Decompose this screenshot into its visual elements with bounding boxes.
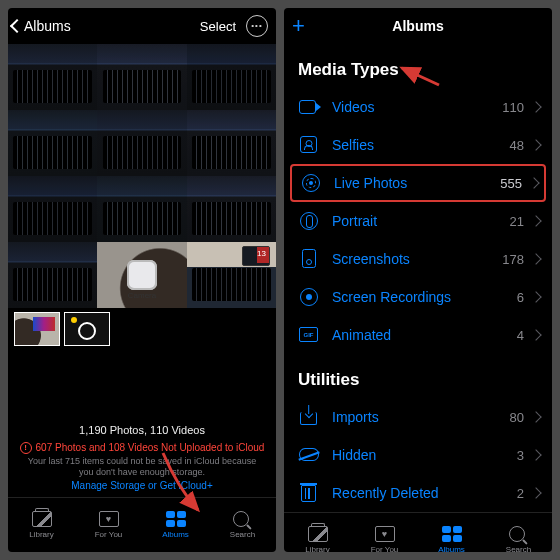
row-portrait[interactable]: Portrait 21 [284, 202, 552, 240]
photo-thumbnail[interactable] [8, 242, 97, 308]
albums-icon [166, 511, 186, 527]
photo-thumbnail[interactable] [187, 110, 276, 176]
section-media-types: Media Types [284, 44, 552, 88]
for-you-icon [99, 511, 119, 527]
row-imports[interactable]: Imports 80 [284, 398, 552, 436]
add-button[interactable]: + [284, 13, 305, 39]
albums-list-screen: + Albums Media Types Videos 110 Selfies … [284, 8, 552, 552]
search-icon [509, 526, 525, 542]
upload-error: 607 Photos and 108 Videos Not Uploaded t… [8, 442, 276, 454]
error-detail: Your last 715 items could not be saved i… [8, 454, 276, 481]
chevron-right-icon [530, 253, 541, 264]
chevron-right-icon [530, 139, 541, 150]
tab-search[interactable]: Search [209, 498, 276, 552]
chevron-right-icon [530, 449, 541, 460]
scrubber-thumb[interactable] [64, 312, 110, 346]
tab-albums[interactable]: Albums [142, 498, 209, 552]
row-hidden[interactable]: Hidden 3 [284, 436, 552, 474]
screenshots-icon [298, 248, 320, 270]
chevron-right-icon [530, 291, 541, 302]
portrait-icon [298, 210, 320, 232]
scrubber-thumb[interactable] [14, 312, 60, 346]
error-text: 607 Photos and 108 Videos Not Uploaded t… [36, 442, 265, 453]
row-live-photos[interactable]: Live Photos 555 [290, 164, 546, 202]
row-screenshots[interactable]: Screenshots 178 [284, 240, 552, 278]
select-button[interactable]: Select [200, 19, 236, 34]
photo-thumbnail[interactable]: 13 [187, 242, 276, 308]
photos-recents-screen: Albums Select Recents Camera 13 [8, 8, 276, 552]
trash-icon [298, 482, 320, 504]
animated-icon [298, 324, 320, 346]
photo-thumbnail[interactable] [187, 176, 276, 242]
imports-icon [298, 406, 320, 428]
row-screen-recordings[interactable]: Screen Recordings 6 [284, 278, 552, 316]
live-photos-icon [300, 172, 322, 194]
tab-library[interactable]: Library [8, 498, 75, 552]
library-icon [308, 526, 328, 542]
library-icon [32, 511, 52, 527]
chevron-right-icon [530, 329, 541, 340]
navbar: Albums Select [8, 8, 276, 44]
page-title: Albums [392, 18, 443, 34]
back-label: Albums [24, 18, 71, 34]
tab-library[interactable]: Library [284, 513, 351, 552]
tab-for-you[interactable]: For You [75, 498, 142, 552]
tab-for-you[interactable]: For You [351, 513, 418, 552]
photo-thumbnail[interactable] [187, 44, 276, 110]
chevron-right-icon [530, 101, 541, 112]
tab-search[interactable]: Search [485, 513, 552, 552]
photo-thumbnail[interactable] [8, 110, 97, 176]
row-videos[interactable]: Videos 110 [284, 88, 552, 126]
albums-icon [442, 526, 462, 542]
tab-albums[interactable]: Albums [418, 513, 485, 552]
row-selfies[interactable]: Selfies 48 [284, 126, 552, 164]
chevron-right-icon [530, 215, 541, 226]
error-icon [20, 442, 32, 454]
camera-lens-icon [134, 265, 150, 281]
scrubber[interactable] [8, 308, 276, 350]
selfies-icon [298, 134, 320, 156]
section-utilities: Utilities [284, 354, 552, 398]
navbar: + Albums [284, 8, 552, 44]
more-icon[interactable] [246, 15, 268, 37]
photo-count-summary: 1,190 Photos, 110 Videos [8, 410, 276, 442]
tab-bar: Library For You Albums Search [284, 512, 552, 552]
chevron-right-icon [530, 411, 541, 422]
photo-thumbnail[interactable] [8, 176, 97, 242]
photo-thumbnail[interactable] [97, 176, 186, 242]
row-animated[interactable]: Animated 4 [284, 316, 552, 354]
hidden-icon [298, 444, 320, 466]
screen-recording-icon [298, 286, 320, 308]
camera-label: Camera [128, 291, 156, 300]
photo-thumbnail[interactable] [97, 44, 186, 110]
row-recently-deleted[interactable]: Recently Deleted 2 [284, 474, 552, 512]
search-icon [233, 511, 249, 527]
video-icon [298, 96, 320, 118]
chevron-left-icon [10, 19, 24, 33]
manage-storage-link[interactable]: Manage Storage or Get iCloud+ [8, 480, 276, 497]
chevron-right-icon [530, 487, 541, 498]
photo-thumbnail[interactable] [8, 44, 97, 110]
chevron-right-icon [528, 177, 539, 188]
photo-thumbnail[interactable] [97, 110, 186, 176]
photo-thumbnail-camera[interactable]: Camera [97, 242, 186, 308]
photo-grid: Camera 13 [8, 44, 276, 308]
for-you-icon [375, 526, 395, 542]
tab-bar: Library For You Albums Search [8, 497, 276, 552]
back-button[interactable]: Albums [8, 18, 71, 34]
